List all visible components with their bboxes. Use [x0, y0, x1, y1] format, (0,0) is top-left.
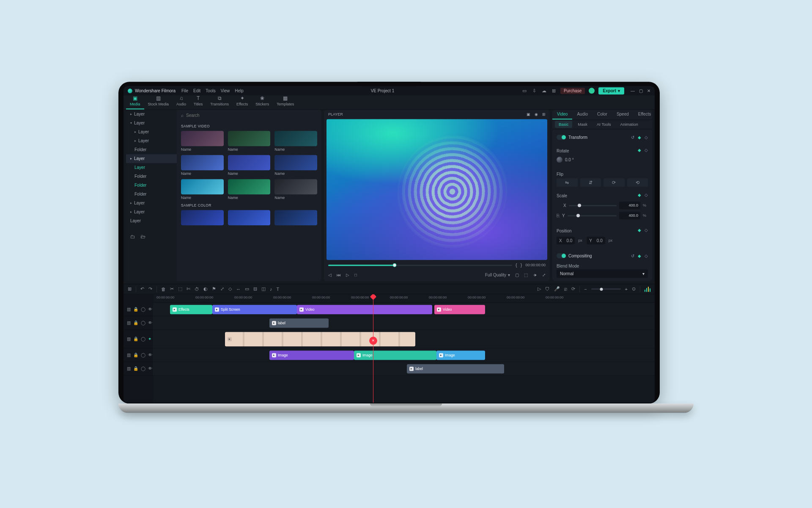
tool4-icon[interactable]: ◫	[261, 286, 266, 292]
layout-icon[interactable]: ⊞	[128, 286, 132, 292]
cloud-icon[interactable]: ☁	[541, 88, 547, 94]
stop-icon[interactable]: □	[354, 273, 357, 277]
delete-icon[interactable]: 🗑	[161, 287, 166, 292]
menu-edit[interactable]: Edit	[193, 88, 200, 93]
menu-file[interactable]: File	[181, 88, 188, 93]
snap-icon[interactable]: ◇	[228, 286, 232, 292]
new-folder-icon[interactable]: 🗀	[130, 234, 135, 240]
props-tab-effects[interactable]: Effects	[634, 110, 652, 119]
color-icon[interactable]: ◐	[203, 286, 208, 292]
render-icon[interactable]: ⟳	[571, 286, 575, 292]
scale-y-slider[interactable]	[568, 215, 617, 216]
timeline-clip[interactable]: ▸label	[269, 318, 329, 328]
camera-icon[interactable]: ⬚	[524, 273, 528, 277]
playhead[interactable]: ✕	[373, 294, 373, 403]
tab-stickers[interactable]: ❀Stickers	[252, 94, 273, 109]
crop-icon[interactable]: ⬚	[178, 286, 182, 292]
keyframe-icon[interactable]: ◇	[645, 228, 648, 232]
track-row[interactable]: ▸Image▸Image▸Image	[153, 348, 655, 362]
display-icon[interactable]: ▢	[515, 273, 519, 277]
props-subtab-mask[interactable]: Mask	[574, 121, 591, 128]
flip-vertical-button[interactable]: ⇵	[580, 178, 601, 187]
media-thumb[interactable]: Name	[274, 131, 317, 152]
mark-in-icon[interactable]: {	[516, 262, 517, 268]
purchase-button[interactable]: Purchase	[560, 88, 585, 94]
keyframe-icon[interactable]: ◇	[645, 254, 648, 258]
timeline-clip[interactable]: ▸Image	[269, 351, 354, 360]
tool2-icon[interactable]: ▭	[245, 286, 249, 292]
tool-icon[interactable]: ↔	[236, 287, 241, 292]
quality-select[interactable]: Full Quality ▾	[485, 273, 510, 277]
undo-icon[interactable]: ↶	[140, 286, 144, 292]
props-tab-speed[interactable]: Speed	[612, 110, 634, 119]
volume-icon[interactable]: 🕩	[533, 273, 537, 277]
sidebar-item[interactable]: ▸Layer	[126, 199, 177, 207]
timeline-clip[interactable]: ▸Split Screen	[212, 305, 297, 314]
expand-icon[interactable]: ⤢	[542, 273, 546, 277]
sidebar-item[interactable]: ▸Layer	[126, 207, 177, 216]
play-tl-icon[interactable]: ▷	[538, 286, 541, 292]
timeline-clip[interactable]: ▸Image	[354, 351, 436, 360]
layout-icon[interactable]: ⊞	[551, 88, 557, 94]
tab-stock[interactable]: ▥Stock Media	[144, 94, 173, 109]
keyframe-add-icon[interactable]: ◆	[638, 228, 641, 232]
sidebar-item[interactable]: Layer	[126, 163, 177, 172]
timeline-clip[interactable]: ▸Video	[297, 305, 432, 314]
props-subtab-basic[interactable]: Basic	[555, 121, 572, 128]
rotate-control[interactable]: 0.0 °	[557, 157, 648, 163]
zoom-in-icon[interactable]: +	[625, 287, 628, 292]
keyframe-icon[interactable]: ◇	[645, 135, 648, 140]
mic-icon[interactable]: 🎤	[554, 286, 560, 292]
speed-icon[interactable]: ⏱	[195, 287, 199, 292]
timeline-clip[interactable]: ▸label	[407, 364, 504, 373]
track-header[interactable]: ▥🔒◯✦	[123, 330, 153, 348]
keyframe-icon[interactable]: ◇	[645, 193, 648, 197]
blend-mode-select[interactable]: Normal▾	[557, 269, 648, 278]
tab-media[interactable]: ▣Media	[126, 94, 144, 109]
track-row[interactable]: ▸label	[153, 362, 655, 375]
search-input[interactable]	[186, 113, 317, 118]
keyframe-add-icon[interactable]: ◆	[638, 254, 641, 258]
text-tool-icon[interactable]: T	[277, 287, 280, 292]
timeline-clip[interactable]: ▸	[225, 332, 415, 346]
reset-icon[interactable]: ↺	[631, 135, 634, 140]
track-header[interactable]: ▥🔒◯👁	[123, 303, 153, 316]
track-row[interactable]: ▸	[153, 330, 655, 348]
split-icon[interactable]: ✂	[170, 286, 174, 292]
menu-help[interactable]: Help	[235, 88, 244, 93]
scale-x-value[interactable]: 400.0	[619, 202, 640, 209]
preview-canvas[interactable]	[326, 119, 547, 260]
zoom-out-icon[interactable]: −	[584, 287, 587, 292]
scale-x-slider[interactable]	[569, 205, 617, 206]
preview-scrubber[interactable]: { } 00:00:00:00	[328, 262, 546, 268]
track-row[interactable]: ▸label	[153, 316, 655, 330]
play-icon[interactable]: ▷	[346, 273, 349, 277]
marker-icon[interactable]: ⚑	[212, 286, 216, 292]
sidebar-item[interactable]: Folder	[126, 172, 177, 181]
media-thumb[interactable]: Name	[181, 131, 224, 152]
eye-icon[interactable]: ◉	[535, 112, 538, 116]
position-x-input[interactable]: X 0.0	[557, 237, 575, 244]
tab-titles[interactable]: TTitles	[190, 94, 206, 109]
prev-frame-icon[interactable]: ◁	[328, 273, 332, 277]
tab-audio[interactable]: ♫Audio	[173, 94, 190, 109]
media-thumb[interactable]: Name	[228, 155, 271, 176]
media-thumb[interactable]: Name	[274, 179, 317, 200]
menu-view[interactable]: View	[221, 88, 230, 93]
scale-y-value[interactable]: 400.0	[619, 212, 640, 219]
zoom-fit2-icon[interactable]: ⊙	[632, 286, 636, 292]
cloud-download-icon[interactable]: ⇩	[531, 88, 537, 94]
media-thumb[interactable]: Name	[228, 131, 271, 152]
media-thumb[interactable]	[181, 210, 224, 225]
snapshot-icon[interactable]: ▣	[527, 112, 530, 116]
position-y-input[interactable]: Y 0.0	[587, 237, 605, 244]
link-axes-icon[interactable]: ⎘	[557, 213, 560, 218]
track-header[interactable]: ▥🔒◯👁	[123, 362, 153, 375]
zoom-fit-icon[interactable]: ⤢	[220, 286, 224, 292]
mixer-icon[interactable]: ⎚	[564, 287, 567, 292]
sidebar-item[interactable]: ▸Layer	[126, 110, 177, 119]
menu-tools[interactable]: Tools	[206, 88, 215, 93]
timeline-clip[interactable]: ▸Image	[436, 351, 485, 360]
redo-icon[interactable]: ↷	[148, 286, 152, 292]
tab-effects[interactable]: ✦Effects	[233, 94, 252, 109]
